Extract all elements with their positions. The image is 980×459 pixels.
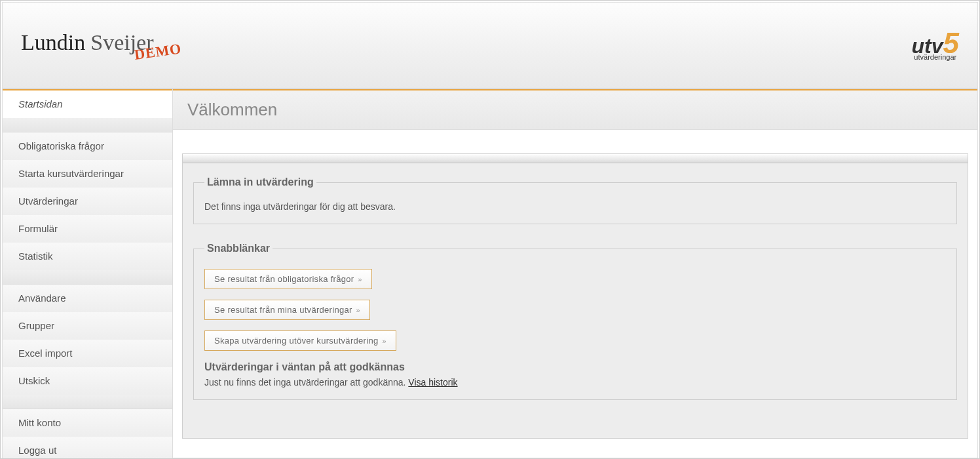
submit-evaluation-legend: Lämna in utvärdering xyxy=(204,176,316,188)
nav-formular[interactable]: Formulär xyxy=(3,215,172,243)
nav-separator xyxy=(3,395,172,409)
content: Lämna in utvärdering Det finns inga utvä… xyxy=(173,130,977,458)
nav-separator xyxy=(3,270,172,285)
quicklinks-panel: Snabblänkar Se resultat från obligatoris… xyxy=(193,243,957,400)
header: Lundin Sveijer DEMO utv5 utvärderingar xyxy=(3,3,977,89)
main-title-bar: Välkommen xyxy=(173,89,977,130)
quicklink-create-evaluation-button[interactable]: Skapa utvärdering utöver kursutvärdering… xyxy=(204,330,396,351)
chevron-right-icon: » xyxy=(356,306,360,314)
nav-obligatoriska-fragor[interactable]: Obligatoriska frågor xyxy=(3,132,172,160)
chevron-right-icon: » xyxy=(382,337,386,345)
pending-approvals-message: Just nu finns det inga utvärderingar att… xyxy=(204,377,408,388)
nav-statistik[interactable]: Statistik xyxy=(3,243,172,270)
logo-left: Lundin Sveijer DEMO xyxy=(21,30,201,55)
submit-evaluation-text: Det finns inga utvärderingar för dig att… xyxy=(204,201,946,212)
submit-evaluation-panel: Lämna in utvärdering Det finns inga utvä… xyxy=(193,176,957,224)
quicklink-obligatory-results-button[interactable]: Se resultat från obligatoriska frågor » xyxy=(204,269,372,289)
nav-excel-import[interactable]: Excel import xyxy=(3,340,172,367)
quicklink-label: Skapa utvärdering utöver kursutvärdering xyxy=(214,336,378,346)
logo-subtitle: utvärderingar xyxy=(912,53,959,61)
body-area: Startsidan Obligatoriska frågor Starta k… xyxy=(3,89,977,458)
pending-approvals-text: Just nu finns det inga utvärderingar att… xyxy=(204,377,946,388)
logo-right: utv5 utvärderingar xyxy=(912,30,959,62)
quicklink-label: Se resultat från mina utvärderingar xyxy=(214,305,352,315)
app-frame: Lundin Sveijer DEMO utv5 utvärderingar S… xyxy=(0,0,980,459)
logo-utv: utv5 xyxy=(912,30,959,56)
quicklink-label: Se resultat från obligatoriska frågor xyxy=(214,274,354,284)
main: Välkommen Lämna in utvärdering Det finns… xyxy=(173,89,977,458)
nav-anvandare[interactable]: Användare xyxy=(3,285,172,312)
sidebar: Startsidan Obligatoriska frågor Starta k… xyxy=(3,89,173,458)
nav-utskick[interactable]: Utskick xyxy=(3,367,172,395)
logo-word-1: Lundin xyxy=(21,30,85,55)
pending-approvals-heading: Utvärderingar i väntan på att godkännas xyxy=(204,361,946,373)
nav-grupper[interactable]: Grupper xyxy=(3,312,172,340)
chevron-right-icon: » xyxy=(358,275,362,283)
nav-separator xyxy=(3,118,172,132)
nav-mitt-konto[interactable]: Mitt konto xyxy=(3,409,172,437)
nav-starta-kursutvarderingar[interactable]: Starta kursutvärderingar xyxy=(3,160,172,188)
nav-startsidan[interactable]: Startsidan xyxy=(3,89,172,118)
content-box-header xyxy=(183,154,968,163)
quicklinks-legend: Snabblänkar xyxy=(204,243,273,254)
show-history-link[interactable]: Visa historik xyxy=(408,377,457,388)
nav-logga-ut[interactable]: Logga ut xyxy=(3,437,172,459)
page-title: Välkommen xyxy=(187,100,963,120)
nav-utvarderingar[interactable]: Utvärderingar xyxy=(3,188,172,215)
app-inner: Lundin Sveijer DEMO utv5 utvärderingar S… xyxy=(2,2,978,458)
content-box: Lämna in utvärdering Det finns inga utvä… xyxy=(182,153,968,439)
quicklink-my-evaluations-button[interactable]: Se resultat från mina utvärderingar » xyxy=(204,300,370,320)
content-inner: Lämna in utvärdering Det finns inga utvä… xyxy=(183,163,968,438)
